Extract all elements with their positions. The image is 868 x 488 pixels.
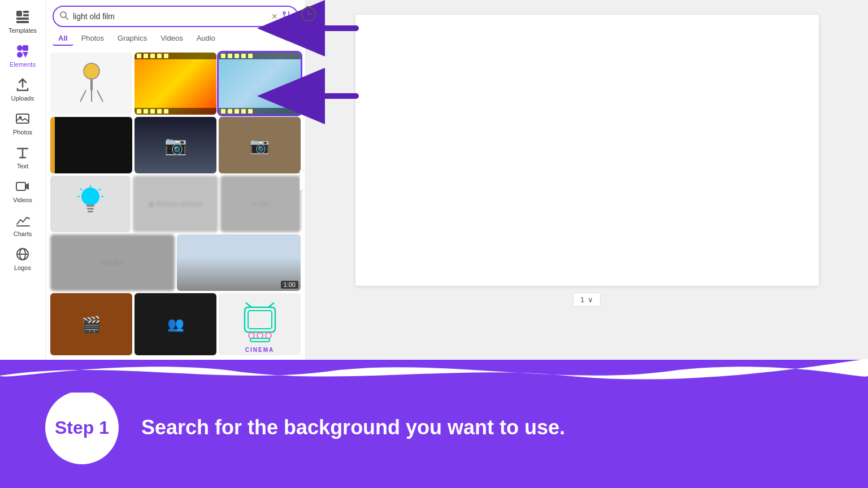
svg-line-25 — [80, 90, 86, 102]
search-bar: ✕ — [53, 6, 298, 27]
clear-search-button[interactable]: ✕ — [271, 12, 278, 21]
list-item[interactable]: ◐ filmstrip element — [133, 176, 218, 232]
tab-videos[interactable]: Videos — [155, 32, 189, 46]
svg-rect-44 — [250, 338, 270, 342]
sidebar-item-uploads[interactable]: Uploads — [2, 72, 43, 105]
list-item[interactable]: 📷 — [219, 117, 301, 173]
charts-icon — [15, 212, 31, 228]
canvas-board — [355, 15, 819, 286]
page-down-icon[interactable]: ∨ — [588, 295, 593, 304]
timer-area — [300, 5, 318, 25]
wave-decoration — [0, 359, 868, 393]
svg-rect-4 — [16, 21, 29, 23]
sidebar-item-charts[interactable]: Charts — [2, 208, 43, 241]
svg-rect-30 — [87, 208, 94, 210]
list-item[interactable]: 1:00 — [177, 234, 301, 291]
grid-row: ◐ filmstrip element ◎ film — [50, 176, 301, 232]
tab-audio[interactable]: Audio — [191, 32, 221, 46]
list-item[interactable] — [50, 53, 132, 115]
sidebar-item-text-label: Text — [17, 163, 28, 169]
cinema-label: CINEMA — [245, 347, 274, 353]
list-item[interactable]: ◎ film — [220, 176, 301, 232]
grid-row — [50, 53, 301, 115]
grid-row: 🎬 👥 — [50, 293, 301, 355]
photos-icon — [15, 111, 31, 127]
svg-point-42 — [257, 333, 263, 338]
svg-rect-31 — [88, 211, 93, 212]
svg-rect-40 — [248, 311, 272, 329]
svg-point-41 — [249, 333, 254, 338]
search-input[interactable] — [73, 12, 271, 21]
canvas-area: 1 ∨ — [306, 0, 868, 360]
templates-icon — [15, 9, 31, 25]
sidebar-item-photos[interactable]: Photos — [2, 106, 43, 139]
list-item[interactable] — [134, 53, 216, 115]
search-icon — [59, 11, 68, 22]
text-icon — [15, 145, 31, 160]
svg-rect-29 — [86, 204, 94, 207]
svg-point-18 — [288, 16, 290, 19]
results-grid: 📷 📷 — [46, 50, 305, 360]
list-item[interactable]: 🎬 — [50, 293, 132, 355]
list-item[interactable] — [219, 53, 301, 115]
grid-row: 📷 📷 — [50, 117, 301, 173]
sidebar-item-videos-label: Videos — [13, 197, 32, 203]
svg-rect-6 — [23, 45, 28, 51]
svg-line-26 — [97, 90, 103, 102]
svg-rect-0 — [16, 11, 22, 16]
videos-icon — [15, 178, 31, 194]
sidebar-item-templates-label: Templates — [8, 27, 37, 34]
svg-point-28 — [81, 188, 99, 206]
list-item[interactable] — [50, 176, 131, 232]
svg-point-5 — [17, 45, 23, 51]
grid-row: blur film 1:00 — [50, 234, 301, 291]
list-item[interactable]: 👥 — [134, 293, 216, 355]
elements-icon — [15, 43, 31, 59]
svg-line-16 — [66, 17, 68, 19]
tab-graphics[interactable]: Graphics — [112, 32, 153, 46]
icon-sidebar: Templates Elements Upload — [0, 0, 46, 360]
tab-all[interactable]: All — [53, 32, 73, 46]
uploads-icon — [15, 77, 31, 93]
list-item[interactable] — [50, 117, 132, 173]
sidebar-item-logos-label: Logos — [14, 264, 31, 271]
sidebar-item-uploads-label: Uploads — [11, 95, 34, 102]
svg-point-43 — [266, 333, 271, 338]
list-item[interactable]: 📷 — [134, 117, 216, 173]
sidebar-item-logos[interactable]: Logos — [2, 242, 43, 274]
page-indicator: 1 — [580, 295, 584, 304]
step-number: Step 1 — [55, 417, 109, 438]
svg-point-23 — [84, 63, 99, 79]
tab-photos[interactable]: Photos — [76, 32, 110, 46]
list-item[interactable]: blur film — [50, 234, 175, 291]
sidebar-item-charts-label: Charts — [14, 230, 32, 237]
filter-tabs: All Photos Graphics Videos Audio — [46, 32, 305, 46]
svg-rect-3 — [16, 18, 29, 20]
sidebar-item-photos-label: Photos — [13, 129, 32, 136]
step-circle: Step 1 — [45, 391, 119, 464]
logos-icon — [15, 246, 31, 262]
filter-button[interactable] — [281, 10, 292, 23]
svg-rect-1 — [23, 11, 29, 13]
svg-marker-7 — [23, 52, 28, 58]
duration-badge: 1:00 — [281, 281, 298, 289]
sidebar-item-text[interactable]: Text — [2, 140, 43, 173]
list-item[interactable]: CINEMA — [219, 293, 301, 355]
svg-rect-11 — [16, 182, 25, 190]
svg-point-8 — [17, 52, 23, 58]
search-panel: ✕ All Photos Graphics Videos Audio — [46, 0, 306, 360]
sidebar-item-elements[interactable]: Elements — [2, 38, 43, 71]
svg-rect-24 — [90, 79, 93, 90]
svg-point-17 — [283, 12, 285, 14]
panel-collapse-button[interactable]: ‹ — [300, 170, 306, 190]
sidebar-item-elements-label: Elements — [10, 61, 36, 68]
svg-line-34 — [99, 189, 101, 190]
step-description: Search for the background you want to us… — [141, 415, 565, 441]
svg-rect-51 — [306, 6, 311, 8]
svg-line-33 — [80, 189, 82, 190]
canvas-bottom-bar: 1 ∨ — [573, 293, 601, 307]
svg-rect-2 — [23, 14, 29, 16]
sidebar-item-videos[interactable]: Videos — [2, 174, 43, 207]
sidebar-item-templates[interactable]: Templates — [2, 5, 43, 37]
